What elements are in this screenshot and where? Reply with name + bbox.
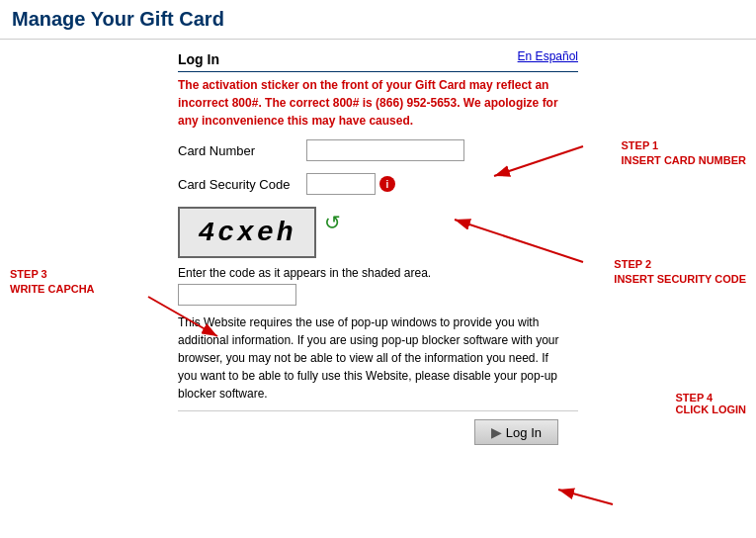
info-icon[interactable]: i	[379, 176, 395, 192]
captcha-input[interactable]	[178, 284, 296, 306]
step1-annotation: STEP 1 INSERT CARD NUMBER	[622, 138, 747, 169]
espanol-link[interactable]: En Español	[518, 49, 578, 63]
popup-notice: This Website requires the use of pop-up …	[178, 314, 578, 403]
step2-annotation: STEP 2 INSERT SECURITY CODE	[614, 257, 746, 288]
divider	[178, 410, 578, 411]
captcha-image: 4cxeh	[178, 207, 316, 258]
svg-line-4	[558, 490, 613, 504]
security-code-input[interactable]	[306, 173, 376, 195]
login-button-label: Log In	[506, 425, 542, 440]
security-code-label: Card Security Code	[178, 177, 306, 192]
card-number-input[interactable]	[306, 139, 464, 161]
login-button[interactable]: ▶ Log In	[474, 419, 558, 445]
login-btn-arrow-icon: ▶	[491, 424, 502, 440]
step4-annotation: STEP 4 CLICK LOGIN	[676, 392, 747, 415]
refresh-icon[interactable]: ↺	[324, 211, 341, 234]
captcha-instruction: Enter the code as it appears in the shad…	[178, 266, 578, 280]
page-title: Manage Your Gift Card	[0, 0, 756, 40]
step3-annotation: STEP 3 WRITE CAPCHA	[10, 267, 95, 298]
card-number-label: Card Number	[178, 143, 306, 158]
warning-text: The activation sticker on the front of y…	[178, 76, 578, 130]
